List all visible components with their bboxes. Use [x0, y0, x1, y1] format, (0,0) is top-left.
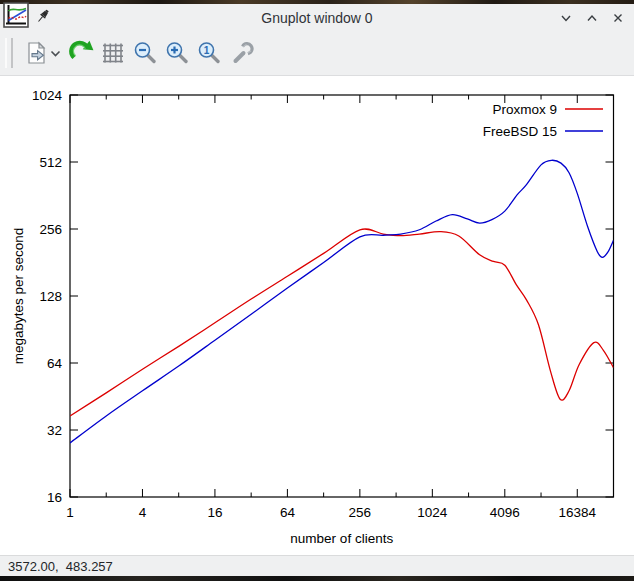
restore-zoom-button[interactable]: 1 [196, 34, 222, 72]
legend: Proxmox 9FreeBSD 15 [483, 102, 603, 139]
x-tick-label: 64 [280, 505, 296, 520]
y-tick-label: 16 [47, 490, 62, 505]
export-image-icon [24, 40, 50, 66]
y-tick-label: 256 [39, 222, 62, 237]
statusbar: 3572.00, 483.257 [0, 555, 634, 577]
export-menu-button[interactable] [49, 34, 62, 72]
magnifier-one-icon: 1 [196, 40, 222, 66]
plot-border [70, 95, 614, 497]
grid-button[interactable] [100, 34, 126, 72]
toolbar: 1 [0, 31, 634, 76]
series-line-proxmox-9 [70, 229, 614, 416]
zoom-next-button[interactable] [164, 34, 190, 72]
toolbar-handle[interactable] [5, 38, 13, 68]
replot-button[interactable] [68, 34, 94, 72]
wrench-icon [228, 40, 254, 66]
window-title: Gnuplot window 0 [0, 10, 634, 26]
y-tick-label: 512 [39, 155, 62, 170]
x-tick-label: 4096 [490, 505, 520, 520]
x-tick-label: 1 [66, 505, 74, 520]
axis-ticks [70, 95, 614, 497]
x-tick-label: 4 [139, 505, 147, 520]
x-tick-label: 1024 [417, 505, 448, 520]
chevron-down-icon [49, 40, 62, 66]
series-lines [70, 160, 614, 443]
options-button[interactable] [228, 34, 254, 72]
grid-icon [100, 40, 126, 66]
y-tick-label: 64 [47, 356, 63, 371]
y-axis-title: megabytes per second [11, 228, 26, 365]
close-button[interactable] [610, 10, 626, 26]
desktop-background-strip-bottom [0, 576, 634, 581]
refresh-icon [68, 40, 94, 66]
y-tick-label: 128 [39, 289, 62, 304]
x-tick-label: 16384 [558, 505, 596, 520]
magnifier-plus-icon [164, 40, 190, 66]
mouse-coordinates: 3572.00, 483.257 [8, 559, 113, 574]
y-tick-label: 1024 [32, 88, 63, 103]
svg-text:1: 1 [204, 45, 210, 56]
zoom-previous-button[interactable] [132, 34, 158, 72]
plot-canvas[interactable]: 1416642561024409616384163264128256512102… [0, 76, 634, 555]
series-line-freebsd-15 [70, 160, 614, 443]
gnuplot-window: Gnuplot window 0 [0, 0, 634, 581]
chart-svg[interactable]: 1416642561024409616384163264128256512102… [0, 76, 634, 555]
magnifier-minus-icon [132, 40, 158, 66]
legend-label: Proxmox 9 [492, 102, 557, 117]
legend-label: FreeBSD 15 [483, 124, 557, 139]
x-axis-title: number of clients [290, 531, 393, 546]
minimize-button[interactable] [558, 10, 574, 26]
maximize-button[interactable] [584, 10, 600, 26]
x-tick-label: 256 [349, 505, 372, 520]
y-tick-label: 32 [47, 423, 62, 438]
export-button[interactable] [24, 34, 50, 72]
titlebar[interactable]: Gnuplot window 0 [0, 4, 634, 31]
x-tick-label: 16 [207, 505, 222, 520]
